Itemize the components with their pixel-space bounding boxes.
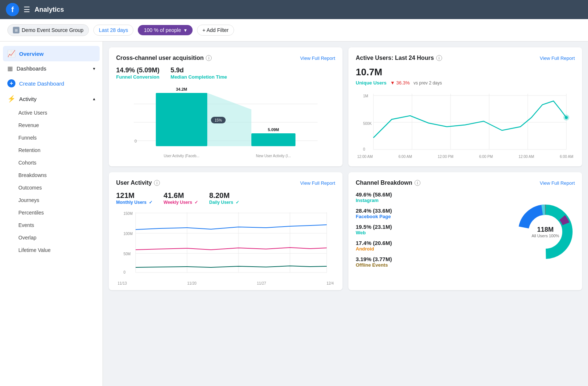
overview-label: Overview bbox=[19, 51, 44, 57]
weekly-label: Weekly Users ✓ bbox=[164, 200, 198, 205]
svg-text:34.2M: 34.2M bbox=[176, 87, 187, 91]
cross-channel-header: Cross-channel user acquisition i View Fu… bbox=[116, 55, 335, 61]
sidebar-item-percentiles[interactable]: Percentiles bbox=[0, 206, 103, 219]
sidebar-item-revenue[interactable]: Revenue bbox=[0, 119, 103, 131]
active-users-header: Active Users: Last 24 Hours i View Full … bbox=[356, 55, 575, 61]
user-activity-x-labels: 11/13 11/20 11/27 12/4 bbox=[116, 281, 335, 285]
svg-point-26 bbox=[565, 116, 568, 119]
source-filter-button[interactable]: ⊞ Demo Event Source Group bbox=[7, 24, 89, 36]
channel-breakdown-view-report[interactable]: View Full Report bbox=[540, 180, 575, 186]
sidebar-item-outcomes[interactable]: Outcomes bbox=[0, 181, 103, 194]
sidebar-item-breakdowns[interactable]: Breakdowns bbox=[0, 169, 103, 181]
main-layout: 📈 Overview ▦ Dashboards ▾ + Create Dashb… bbox=[0, 42, 588, 386]
overview-icon: 📈 bbox=[7, 50, 15, 58]
chevron-down-icon: ▾ bbox=[184, 27, 187, 33]
svg-rect-4 bbox=[156, 93, 207, 146]
sidebar-item-active-users[interactable]: Active Users bbox=[0, 107, 103, 119]
channel-list: 49.6% (58.6M) Instagram 28.4% (33.6M) Fa… bbox=[356, 191, 509, 272]
people-filter-button[interactable]: 100 % of people ▾ bbox=[138, 25, 192, 35]
android-pct: 17.4% (20.6M) bbox=[356, 240, 509, 246]
chevron-down-icon: ▾ bbox=[93, 66, 95, 71]
active-users-value-row: 10.7M bbox=[356, 66, 575, 78]
sidebar-item-overview[interactable]: 📈 Overview bbox=[3, 46, 100, 61]
cross-channel-title: Cross-channel user acquisition i bbox=[116, 55, 212, 61]
create-dashboard-label: Create Dashboard bbox=[19, 80, 64, 87]
top-nav: f ☰ Analytics bbox=[0, 0, 588, 19]
weekly-check-icon: ✓ bbox=[194, 200, 198, 205]
instagram-pct: 49.6% (58.6M) bbox=[356, 191, 509, 198]
svg-text:500K: 500K bbox=[363, 122, 372, 126]
user-activity-metrics: 121M Monthly Users ✓ 41.6M Weekly Users … bbox=[116, 191, 335, 205]
weekly-value: 41.6M bbox=[164, 191, 198, 200]
donut-center-value: 118M bbox=[531, 226, 559, 234]
monthly-label: Monthly Users ✓ bbox=[116, 200, 153, 205]
sidebar-item-retention[interactable]: Retention bbox=[0, 144, 103, 156]
sidebar-item-dashboards[interactable]: ▦ Dashboards ▾ bbox=[0, 61, 103, 76]
people-label: 100 % of people bbox=[144, 27, 181, 33]
svg-rect-9 bbox=[251, 133, 295, 146]
svg-text:100M: 100M bbox=[123, 232, 133, 236]
donut-center: 118M All Users 100% bbox=[531, 226, 559, 238]
chevron-up-icon: ▴ bbox=[93, 96, 95, 101]
active-users-card: Active Users: Last 24 Hours i View Full … bbox=[348, 47, 582, 166]
hamburger-icon[interactable]: ☰ bbox=[24, 5, 30, 14]
donut-center-label: All Users 100% bbox=[531, 234, 559, 238]
monthly-metric: 121M Monthly Users ✓ bbox=[116, 191, 153, 205]
activity-icon: ⚡ bbox=[7, 95, 15, 103]
trend-suffix: vs prev 2 days bbox=[413, 80, 442, 86]
funnel-chart-svg: 0 34.2M 15% 5.09M User Activity (Faceb. bbox=[120, 86, 331, 159]
channel-breakdown-card: Channel Breakdown i View Full Report 49.… bbox=[348, 172, 582, 290]
median-time-label: Median Completion Time bbox=[171, 74, 227, 80]
channel-breakdown-info-icon[interactable]: i bbox=[415, 180, 420, 186]
daily-value: 8.20M bbox=[209, 191, 239, 200]
filter-bar: ⊞ Demo Event Source Group Last 28 days 1… bbox=[0, 19, 588, 42]
unique-users-label: Unique Users bbox=[356, 80, 387, 86]
user-activity-header: User Activity i View Full Report bbox=[116, 180, 335, 186]
offline-pct: 3.19% (3.77M) bbox=[356, 256, 509, 262]
svg-text:1M: 1M bbox=[363, 94, 368, 98]
sidebar-section-activity[interactable]: ⚡ Activity ▴ bbox=[0, 91, 103, 107]
dashboards-icon: ▦ bbox=[7, 65, 13, 72]
sidebar-item-funnels[interactable]: Funnels bbox=[0, 131, 103, 144]
funnel-conversion-label: Funnel Conversion bbox=[116, 74, 159, 80]
user-activity-view-report[interactable]: View Full Report bbox=[300, 180, 335, 186]
monthly-check-icon: ✓ bbox=[149, 200, 153, 205]
weekly-metric: 41.6M Weekly Users ✓ bbox=[164, 191, 198, 205]
user-activity-svg: 150M 100M 50M 0 bbox=[116, 209, 335, 279]
active-users-info-icon[interactable]: i bbox=[436, 55, 442, 61]
channel-breakdown-title: Channel Breakdown i bbox=[356, 180, 420, 186]
sidebar-item-overlap[interactable]: Overlap bbox=[0, 231, 103, 244]
sidebar-item-cohorts[interactable]: Cohorts bbox=[0, 156, 103, 169]
funnel-conversion-value: 14.9% (5.09M) bbox=[116, 66, 159, 74]
active-users-title: Active Users: Last 24 Hours i bbox=[356, 55, 442, 61]
cross-channel-card: Cross-channel user acquisition i View Fu… bbox=[109, 47, 343, 166]
add-filter-button[interactable]: + Add Filter bbox=[197, 25, 234, 36]
android-name: Android bbox=[356, 246, 509, 252]
content-area: Cross-channel user acquisition i View Fu… bbox=[103, 42, 588, 386]
cross-channel-view-report[interactable]: View Full Report bbox=[300, 55, 335, 61]
sidebar-item-lifetime-value[interactable]: Lifetime Value bbox=[0, 244, 103, 256]
channel-item-instagram: 49.6% (58.6M) Instagram bbox=[356, 191, 509, 203]
activity-label: Activity bbox=[19, 96, 37, 102]
median-time-value: 5.9d bbox=[171, 66, 227, 74]
sidebar-create-dashboard[interactable]: + Create Dashboard bbox=[0, 76, 103, 91]
instagram-name: Instagram bbox=[356, 198, 509, 203]
sidebar-item-journeys[interactable]: Journeys bbox=[0, 194, 103, 206]
cross-channel-info-icon[interactable]: i bbox=[206, 55, 212, 61]
active-users-sub-row: Unique Users ▼ 36.3% vs prev 2 days bbox=[356, 80, 575, 86]
channel-breakdown-header: Channel Breakdown i View Full Report bbox=[356, 180, 575, 186]
user-activity-chart: 150M 100M 50M 0 bbox=[116, 209, 335, 283]
user-activity-info-icon[interactable]: i bbox=[154, 180, 160, 186]
days-filter-button[interactable]: Last 28 days bbox=[93, 25, 133, 36]
svg-text:50M: 50M bbox=[123, 252, 130, 256]
svg-text:15%: 15% bbox=[215, 118, 222, 122]
active-users-svg: 1M 500K 0 bbox=[356, 90, 575, 152]
monthly-value: 121M bbox=[116, 191, 153, 200]
sidebar-item-events[interactable]: Events bbox=[0, 219, 103, 231]
web-pct: 19.5% (23.1M) bbox=[356, 224, 509, 230]
fb-logo: f bbox=[6, 3, 19, 16]
channel-item-web: 19.5% (23.1M) Web bbox=[356, 224, 509, 235]
user-activity-title: User Activity i bbox=[116, 180, 160, 186]
active-users-view-report[interactable]: View Full Report bbox=[540, 55, 575, 61]
channel-item-facebook: 28.4% (33.6M) Facebook Page bbox=[356, 208, 509, 219]
